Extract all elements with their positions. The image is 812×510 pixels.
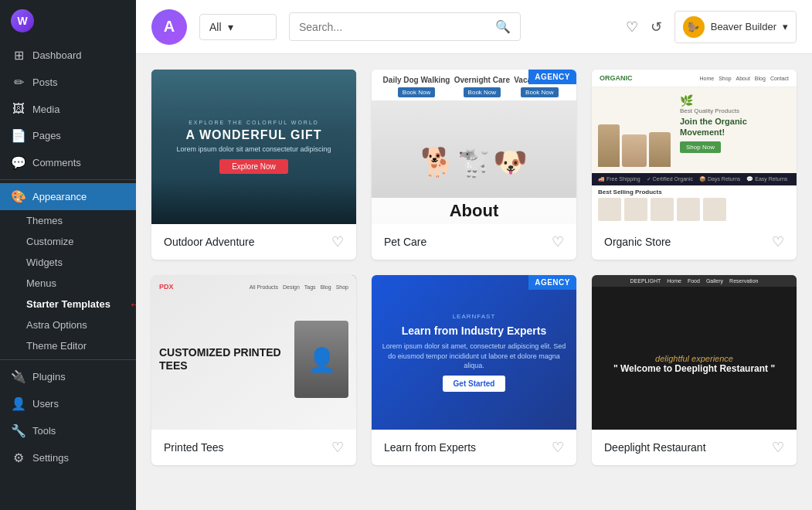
favorites-icon[interactable]: ♡ bbox=[626, 19, 638, 36]
agency-badge-learn: AGENCY bbox=[528, 275, 576, 290]
template-card-organic[interactable]: ORGANIC Home Shop About Blog Contact bbox=[592, 70, 797, 260]
sidebar-item-settings[interactable]: ⚙ Settings bbox=[0, 444, 136, 471]
posts-icon: ✏ bbox=[11, 75, 26, 90]
astra-letter: A bbox=[164, 18, 175, 36]
user-chevron-icon: ▾ bbox=[783, 21, 788, 32]
product-jar bbox=[622, 134, 647, 167]
petcare-btn-1[interactable]: Book Now bbox=[398, 87, 435, 97]
submenu-menus[interactable]: Menus bbox=[0, 273, 136, 294]
organic-thumbnail: ORGANIC Home Shop About Blog Contact bbox=[592, 70, 797, 224]
organic-cta-button[interactable]: Shop Now bbox=[680, 141, 721, 153]
learn-brand: LearnFast bbox=[453, 313, 496, 320]
outdoor-favorite-button[interactable]: ♡ bbox=[331, 233, 344, 250]
organic-footer: Organic Store ♡ bbox=[592, 224, 797, 260]
organic-name: Organic Store bbox=[604, 236, 671, 248]
submenu-customize[interactable]: Customize bbox=[0, 231, 136, 252]
organic-favorite-button[interactable]: ♡ bbox=[772, 233, 784, 250]
organic-logo: ORGANIC bbox=[600, 74, 633, 82]
sidebar-item-appearance[interactable]: 🎨 Appearance bbox=[0, 183, 136, 210]
header: A All ▾ 🔍 ♡ ↺ 🦫 Beaver Builder ▾ bbox=[136, 0, 812, 54]
restaurant-content: delightful experience " Welcome to Deepl… bbox=[613, 354, 775, 374]
product-4 bbox=[677, 198, 700, 221]
users-icon: 👤 bbox=[11, 396, 26, 411]
sidebar-label-dashboard: Dashboard bbox=[32, 49, 82, 61]
petcare-favorite-button[interactable]: ♡ bbox=[552, 233, 564, 250]
learn-favorite-button[interactable]: ♡ bbox=[552, 439, 564, 456]
submenu-widgets[interactable]: Widgets bbox=[0, 252, 136, 273]
search-input[interactable] bbox=[299, 21, 489, 33]
organic-header: ORGANIC Home Shop About Blog Contact bbox=[592, 70, 797, 87]
user-name: Beaver Builder bbox=[711, 21, 776, 32]
product-3 bbox=[651, 198, 674, 221]
sidebar-label-comments: Comments bbox=[32, 157, 81, 168]
template-card-tshirt[interactable]: AGENCY PDX All Products Design Tags Blog… bbox=[151, 275, 356, 465]
about-overlay: About bbox=[372, 198, 576, 224]
restaurant-nav: DEEPLIGHT Home Food Gallery Reservation bbox=[592, 275, 797, 287]
refresh-icon[interactable]: ↺ bbox=[651, 19, 662, 36]
restaurant-name: Deeplight Restaurant bbox=[604, 441, 706, 454]
tshirt-logo: PDX bbox=[159, 283, 174, 291]
submenu-theme-editor[interactable]: Theme Editor bbox=[0, 335, 136, 356]
sidebar-item-posts[interactable]: ✏ Posts bbox=[0, 69, 136, 96]
learn-cta-button[interactable]: Get Started bbox=[443, 376, 506, 392]
petcare-footer: Pet Care ♡ bbox=[372, 224, 576, 260]
tshirt-footer: Printed Tees ♡ bbox=[151, 430, 356, 465]
sidebar-item-dashboard[interactable]: ⊞ Dashboard bbox=[0, 42, 136, 69]
sidebar-logo[interactable]: W bbox=[0, 0, 136, 42]
sidebar-label-tools: Tools bbox=[32, 425, 56, 437]
sidebar-item-pages[interactable]: 📄 Pages bbox=[0, 122, 136, 149]
tools-icon: 🔧 bbox=[11, 423, 26, 438]
organic-nav: Home Shop About Blog Contact bbox=[700, 76, 789, 81]
learn-title: Learn from Industry Experts bbox=[402, 325, 547, 337]
submenu-starter-templates[interactable]: Starter Templates ← bbox=[0, 294, 136, 314]
outdoor-cta-button[interactable]: Explore Now bbox=[219, 159, 288, 174]
red-arrow-icon: ← bbox=[128, 296, 136, 312]
media-icon: 🖼 bbox=[11, 102, 26, 116]
user-menu[interactable]: 🦫 Beaver Builder ▾ bbox=[674, 11, 797, 43]
tshirt-nav: All Products Design Tags Blog Shop bbox=[250, 284, 348, 290]
tshirt-favorite-button[interactable]: ♡ bbox=[331, 439, 344, 456]
product-5 bbox=[703, 198, 726, 221]
petcare-btn-3[interactable]: Book Now bbox=[521, 87, 558, 97]
tshirt-thumbnail: PDX All Products Design Tags Blog Shop bbox=[151, 275, 356, 430]
product-bottle-2 bbox=[649, 132, 671, 167]
restaurant-favorite-button[interactable]: ♡ bbox=[772, 439, 784, 456]
plugins-icon: 🔌 bbox=[11, 369, 26, 384]
template-card-restaurant[interactable]: AGENCY DEEPLIGHT Home Food Gallery Reser… bbox=[592, 275, 797, 465]
organic-hero: 🌿 Best Quality Products Join the Organic… bbox=[592, 87, 797, 173]
filter-label: All bbox=[209, 21, 222, 33]
outdoor-name: Outdoor Adventure bbox=[164, 236, 255, 248]
sidebar-item-tools[interactable]: 🔧 Tools bbox=[0, 417, 136, 444]
chevron-down-icon: ▾ bbox=[228, 21, 233, 33]
submenu-themes[interactable]: Themes bbox=[0, 210, 136, 231]
dashboard-icon: ⊞ bbox=[11, 48, 26, 63]
submenu-astra-options[interactable]: Astra Options bbox=[0, 314, 136, 335]
restaurant-thumbnail: DEEPLIGHT Home Food Gallery Reservation … bbox=[592, 275, 797, 430]
starter-templates-label: Starter Templates bbox=[26, 298, 110, 310]
petcare-col-2: Overnight Care Book Now bbox=[454, 76, 510, 97]
search-icon: 🔍 bbox=[495, 19, 511, 34]
sidebar-item-media[interactable]: 🖼 Media bbox=[0, 96, 136, 122]
petcare-btn-2[interactable]: Book Now bbox=[464, 87, 501, 97]
organic-leaf: 🌿 bbox=[680, 94, 693, 107]
template-card-outdoor[interactable]: Explore The Colorful World A WONDERFUL G… bbox=[151, 70, 356, 260]
appearance-icon: 🎨 bbox=[11, 189, 26, 204]
main-area: A All ▾ 🔍 ♡ ↺ 🦫 Beaver Builder ▾ bbox=[136, 0, 812, 510]
template-thumb-organic: ORGANIC Home Shop About Blog Contact bbox=[592, 70, 797, 224]
tshirt-text: CUSTOMIZED PRINTED TEES bbox=[159, 346, 288, 372]
template-thumb-outdoor: Explore The Colorful World A WONDERFUL G… bbox=[151, 70, 356, 224]
outdoor-footer: Outdoor Adventure ♡ bbox=[151, 224, 356, 260]
sidebar-item-comments[interactable]: 💬 Comments bbox=[0, 149, 136, 176]
learn-footer: Learn from Experts ♡ bbox=[372, 430, 576, 465]
sidebar-item-plugins[interactable]: 🔌 Plugins bbox=[0, 363, 136, 390]
sidebar-item-users[interactable]: 👤 Users bbox=[0, 390, 136, 417]
outdoor-thumbnail: Explore The Colorful World A WONDERFUL G… bbox=[151, 70, 356, 224]
template-card-petcare[interactable]: AGENCY Daily Dog Walking Book Now Overni… bbox=[372, 70, 576, 260]
sidebar-label-plugins: Plugins bbox=[32, 371, 66, 382]
wp-logo: W bbox=[11, 9, 34, 32]
template-card-learn[interactable]: AGENCY LearnFast Learn from Industry Exp… bbox=[372, 275, 576, 465]
learn-name: Learn from Experts bbox=[384, 441, 476, 454]
filter-dropdown[interactable]: All ▾ bbox=[199, 14, 277, 40]
pages-icon: 📄 bbox=[11, 128, 26, 143]
search-box[interactable]: 🔍 bbox=[289, 12, 521, 41]
